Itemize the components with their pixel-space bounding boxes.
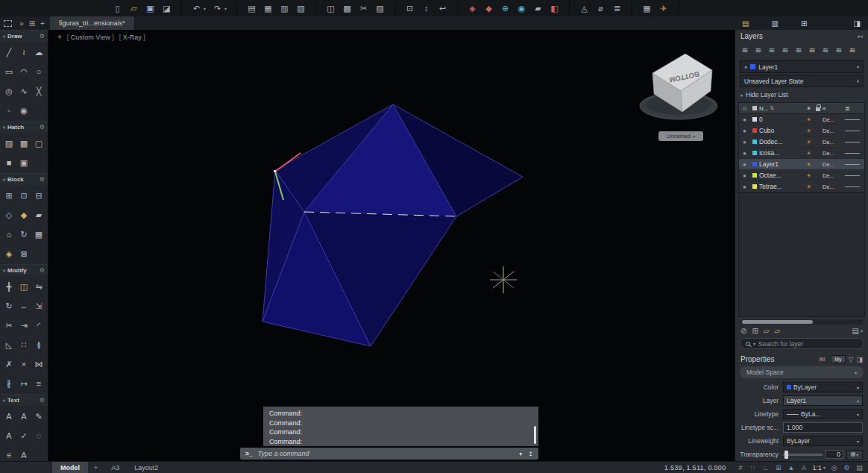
- layer-linetype-preview[interactable]: [845, 119, 864, 120]
- cut-clip-icon[interactable]: ✂: [359, 0, 368, 16]
- stretch-tool-icon[interactable]: ↔: [16, 296, 31, 316]
- copy-tool-icon[interactable]: ◫: [16, 277, 31, 296]
- save-as-icon[interactable]: ◪: [162, 0, 172, 16]
- isolate-objects-icon[interactable]: ◎: [830, 464, 838, 472]
- layer-settings-icon[interactable]: ≋: [847, 46, 858, 55]
- gear-icon[interactable]: ⚙: [40, 33, 45, 40]
- lineweight-column-icon[interactable]: ≡: [823, 105, 845, 112]
- workspace-gear-icon[interactable]: ⚙: [843, 464, 851, 472]
- gear-icon[interactable]: ⚙: [40, 124, 45, 131]
- grid-display-icon[interactable]: #: [736, 464, 744, 472]
- sort-icon[interactable]: ⇅: [770, 105, 774, 111]
- measure-icon[interactable]: ⌀: [596, 0, 606, 16]
- layer-freeze-icon[interactable]: ☀: [804, 161, 814, 168]
- attribute-sync-tool-icon[interactable]: ↻: [16, 225, 31, 244]
- write-block-tool-icon[interactable]: ⊟: [31, 186, 46, 205]
- collapse-chevron-icon[interactable]: ▾: [3, 398, 5, 403]
- palette-dock-icon[interactable]: ◨: [854, 19, 861, 28]
- text-style-tool-icon[interactable]: A: [1, 426, 16, 445]
- erase-tool-icon[interactable]: ✗: [1, 354, 16, 374]
- circle-tool-icon[interactable]: ○: [31, 62, 46, 81]
- command-scrollbar[interactable]: [534, 426, 536, 444]
- annotation-scale-control[interactable]: 1:1 ▾: [812, 464, 825, 472]
- transparency-options-button[interactable]: ▦ ▾: [846, 450, 863, 460]
- layer-thaw-icon[interactable]: ≋: [807, 46, 817, 55]
- layer-linetype-preview[interactable]: [845, 142, 864, 142]
- boundary-tool-icon[interactable]: ▢: [31, 134, 46, 153]
- layer-lineweight[interactable]: De...: [823, 161, 845, 168]
- panel-auto-hide-icon[interactable]: ↤: [857, 33, 863, 40]
- layer-lineweight[interactable]: De...: [823, 128, 845, 134]
- layer-color-swatch[interactable]: [752, 173, 757, 178]
- layer-visibility-icon[interactable]: ●: [739, 161, 750, 168]
- gear-icon[interactable]: ⚙: [40, 267, 45, 274]
- layer-lineweight[interactable]: De...: [823, 184, 845, 190]
- layer-color-swatch[interactable]: [752, 184, 757, 189]
- spline-tool-icon[interactable]: ∿: [16, 81, 31, 101]
- new-layer-state-icon[interactable]: ⊞: [752, 327, 758, 335]
- collapse-chevron-icon[interactable]: ▾: [3, 177, 5, 182]
- pan-icon[interactable]: ↕: [421, 0, 431, 16]
- layer-dropdown[interactable]: Layer1 ▾: [783, 395, 863, 406]
- layout-grid-icon[interactable]: ▦: [642, 0, 652, 16]
- name-column-header[interactable]: N...: [759, 105, 768, 112]
- layer-unlock-icon[interactable]: ≋: [820, 46, 831, 55]
- space-selector-dropdown[interactable]: Model Space ▾: [740, 366, 864, 378]
- transparency-value-field[interactable]: 0: [825, 450, 843, 459]
- batch-plot-icon[interactable]: ▧: [296, 0, 306, 16]
- layer-color-swatch[interactable]: [752, 151, 757, 155]
- point-tool-icon[interactable]: ◦: [1, 101, 16, 120]
- layer-color-swatch[interactable]: [752, 117, 757, 122]
- filter-all-button[interactable]: All: [816, 356, 828, 363]
- attach-filter-icon[interactable]: ⊘: [740, 327, 746, 335]
- layers-palette-tab-icon[interactable]: ▤: [742, 19, 749, 28]
- layer-row-dodecaedro[interactable]: ● Dodec... ☀ De...: [739, 137, 864, 148]
- rectangle-tool-icon[interactable]: ▭: [1, 62, 16, 81]
- attribute-manager-tool-icon[interactable]: ▦: [31, 225, 46, 244]
- find-text-tool-icon[interactable]: ◌: [31, 426, 46, 445]
- new-tab-icon[interactable]: +: [37, 19, 48, 28]
- hide-layer-list-toggle[interactable]: ▾ Hide Layer List: [735, 87, 868, 101]
- layer-freeze-icon[interactable]: ☀: [804, 139, 814, 145]
- layer-row-tetraedro[interactable]: ● Tetrae... ☀ De...: [739, 181, 864, 192]
- drawing-viewport[interactable]: + Custom View X-Ray BOTTOM Unnamed ▾ Com…: [48, 30, 735, 461]
- object-snap-icon[interactable]: ⊞: [774, 464, 782, 472]
- revision-cloud-tool-icon[interactable]: ☁: [31, 43, 46, 62]
- gear-icon[interactable]: ⚙: [40, 176, 45, 183]
- horizontal-scrollbar[interactable]: [740, 319, 863, 325]
- section-header-text[interactable]: ▾ Text ⚙: [0, 394, 48, 406]
- lineweight-dropdown[interactable]: ByLayer ▾: [783, 436, 863, 446]
- layer-isolate-icon[interactable]: ≋: [753, 46, 764, 55]
- viewcube[interactable]: BOTTOM: [630, 48, 727, 137]
- layer-visibility-icon[interactable]: ●: [739, 184, 750, 190]
- redo-icon[interactable]: ↷: [213, 0, 222, 16]
- pin-icon[interactable]: ◨: [856, 356, 863, 363]
- paste-clip-icon[interactable]: ▩: [342, 0, 352, 16]
- layer-freeze-icon[interactable]: ☀: [804, 116, 814, 123]
- layer-on-icon[interactable]: ≋: [793, 46, 804, 55]
- current-layer-dropdown[interactable]: ● Layer1 ▾: [740, 60, 864, 73]
- layer-freeze-icon[interactable]: ☀: [804, 172, 814, 179]
- layer-freeze-icon[interactable]: ≋: [767, 46, 777, 55]
- layer-freeze-icon[interactable]: ☀: [804, 128, 814, 134]
- layer-linetype-preview[interactable]: [845, 164, 864, 165]
- layer-visibility-icon[interactable]: ●: [739, 128, 750, 134]
- layer-linetype-preview[interactable]: [845, 153, 864, 154]
- view-control[interactable]: Custom View: [67, 34, 114, 41]
- redo-dropdown-icon[interactable]: ▾: [224, 6, 227, 11]
- command-input-bar[interactable]: >_ Type a command ▾ ↥: [240, 448, 538, 460]
- collapse-chevron-icon[interactable]: ▾: [3, 125, 5, 130]
- groups-palette-tab-icon[interactable]: ⊞: [801, 19, 807, 28]
- layer-row-layer1[interactable]: ● Layer1 ☀ De...: [739, 159, 864, 170]
- linetype-scale-field[interactable]: 1.000: [783, 422, 863, 433]
- join-tool-icon[interactable]: ⋈: [31, 354, 46, 374]
- layer-linetype-preview[interactable]: [845, 187, 864, 187]
- publish-icon[interactable]: ▥: [280, 0, 289, 16]
- fillet-tool-icon[interactable]: ◜: [31, 316, 46, 335]
- scale-text-tool-icon[interactable]: A: [16, 445, 31, 461]
- array-tool-icon[interactable]: ∷: [16, 335, 31, 354]
- construction-line-tool-icon[interactable]: ╳: [31, 81, 46, 101]
- block-editor-tool-icon[interactable]: ▰: [31, 205, 46, 225]
- justify-text-tool-icon[interactable]: ≡: [1, 445, 16, 461]
- create-block-tool-icon[interactable]: ⊡: [16, 186, 31, 205]
